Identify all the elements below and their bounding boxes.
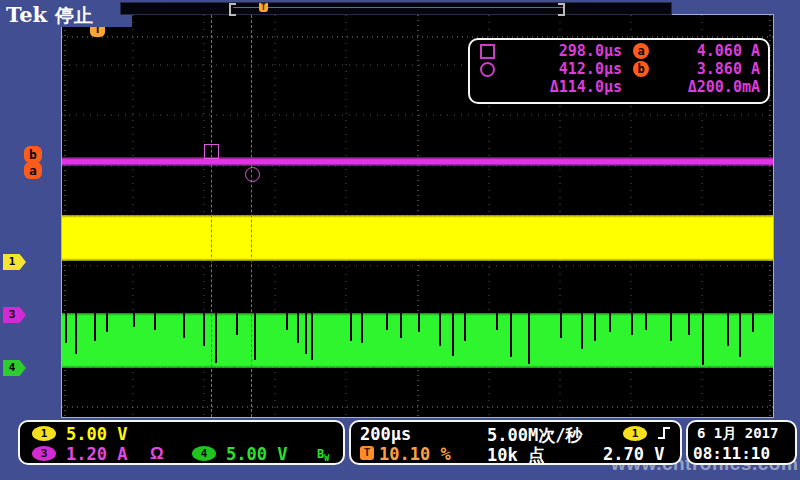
ch4-dropout-spike [133, 313, 135, 327]
ch4-dropout-spike [106, 313, 108, 332]
cursor-b-time: 412.0µs [504, 60, 622, 78]
ch4-dropout-spike [286, 313, 288, 330]
cursor-delta-value: Δ200.0mA [660, 78, 760, 96]
window-bracket-left-icon[interactable] [229, 3, 236, 16]
ch4-dropout-spike [581, 313, 583, 349]
ch3-impedance: Ω [150, 444, 164, 464]
oscilloscope-screen: Tek 停止 T [0, 0, 800, 480]
cursor-a-square-icon[interactable] [204, 144, 219, 159]
ch1-scale: 5.00 V [66, 424, 127, 444]
trigger-source-badge: 1 [623, 426, 647, 441]
ch4-dropout-spike [594, 313, 596, 341]
ch4-dropout-spike [560, 313, 562, 338]
channel-readout-panel[interactable]: 1 5.00 V 3 1.20 A Ω 4 5.00 V BW [18, 420, 345, 465]
tek-logo: Tek [6, 2, 47, 27]
trigger-level-value: 2.70 V [603, 444, 664, 464]
ch4-dropout-spike [350, 313, 352, 341]
ch4-scale: 5.00 V [226, 444, 287, 464]
acquisition-status: 停止 [55, 3, 93, 29]
ch4-dropout-spike [94, 313, 96, 341]
cursor-a-line[interactable] [211, 15, 212, 417]
ch4-dropout-spike [670, 313, 672, 341]
cursor-a-square-icon [480, 44, 495, 59]
ch4-bandwidth-limit-icon: BW [317, 447, 329, 463]
cursor-b-circle-icon [480, 62, 495, 77]
record-length-value: 10k 点 [487, 444, 545, 467]
ch4-dropout-spike [154, 313, 156, 330]
ch4-dropout-spike [418, 313, 420, 332]
cursor-b-badge: b [24, 146, 42, 163]
ch4-dropout-spike [739, 313, 741, 357]
ch4-dropout-spike [75, 313, 77, 354]
ch1-badge: 1 [32, 426, 56, 441]
record-waveform-line [233, 7, 563, 8]
ch3-position-marker[interactable]: 3 [3, 307, 26, 323]
ch4-dropout-spike [183, 313, 185, 338]
ch4-dropout-spike [65, 313, 67, 343]
cursor-a-badge: a [24, 162, 42, 179]
ch4-dropout-spike [609, 313, 611, 332]
cursor-b-badge: b [633, 61, 649, 77]
cursor-b-line[interactable] [251, 15, 252, 417]
ch4-position-marker[interactable]: 4 [3, 360, 26, 376]
ch4-dropout-spike [215, 313, 217, 363]
ch4-dropout-spike [688, 313, 690, 335]
cursor-b-circle-icon[interactable] [245, 167, 260, 182]
ch4-dropout-spike [510, 313, 512, 357]
cursor-delta-time: Δ114.0µs [504, 78, 622, 96]
date-value: 6 1月 2017 [697, 425, 778, 443]
ch4-dropout-spike [236, 313, 238, 335]
ch4-dropout-spike [452, 313, 454, 356]
ch4-dropout-spike [439, 313, 441, 346]
ch4-trace [62, 313, 773, 368]
ch4-dropout-spike [361, 313, 363, 343]
timebase-value: 200µs [360, 424, 411, 444]
ch4-dropout-spike [311, 313, 313, 360]
ch4-dropout-spike [631, 313, 633, 335]
ch4-dropout-spike [297, 313, 299, 343]
ch3-trace [62, 157, 773, 166]
record-trigger-icon: T [259, 3, 268, 12]
ch4-dropout-spike [727, 313, 729, 346]
ch1-trace [62, 215, 773, 261]
ch4-dropout-spike [496, 313, 498, 330]
window-bracket-right-icon[interactable] [558, 3, 565, 16]
ch4-dropout-spike [386, 313, 388, 330]
ch4-dropout-spike [645, 313, 647, 330]
ch4-dropout-spike [752, 313, 754, 332]
rising-edge-slope-icon [657, 425, 672, 441]
cursor-a-time: 298.0µs [504, 42, 622, 60]
time-value: 08:11:10 [693, 444, 770, 463]
record-view-bar[interactable]: T [120, 2, 672, 15]
ch4-dropout-spike [203, 313, 205, 346]
horizontal-trigger-panel[interactable]: 200µs 5.00M次/秒 1 T 10.10 % 10k 点 2.70 V [349, 420, 682, 465]
ch4-dropout-spike [305, 313, 307, 354]
cursor-b-value: 3.860 A [660, 60, 760, 78]
ch3-badge: 3 [32, 446, 56, 461]
ch3-scale: 1.20 A [66, 444, 127, 464]
trigger-position-badge: T [360, 446, 374, 460]
cursor-a-value: 4.060 A [660, 42, 760, 60]
ch4-dropout-spike [254, 313, 256, 360]
ch4-dropout-spike [702, 313, 704, 365]
cursor-readout-panel: 298.0µs a 4.060 A 412.0µs b 3.860 A Δ114… [468, 38, 770, 104]
ch4-dropout-spike [464, 313, 466, 341]
ch4-dropout-spike [528, 313, 530, 364]
ch4-dropout-spike [400, 313, 402, 338]
cursor-a-badge: a [633, 43, 649, 59]
datetime-panel: 6 1月 2017 08:11:10 [686, 420, 797, 465]
ch1-position-marker[interactable]: 1 [3, 254, 26, 270]
ch4-badge: 4 [192, 446, 216, 461]
trigger-position-value: 10.10 % [379, 444, 451, 464]
